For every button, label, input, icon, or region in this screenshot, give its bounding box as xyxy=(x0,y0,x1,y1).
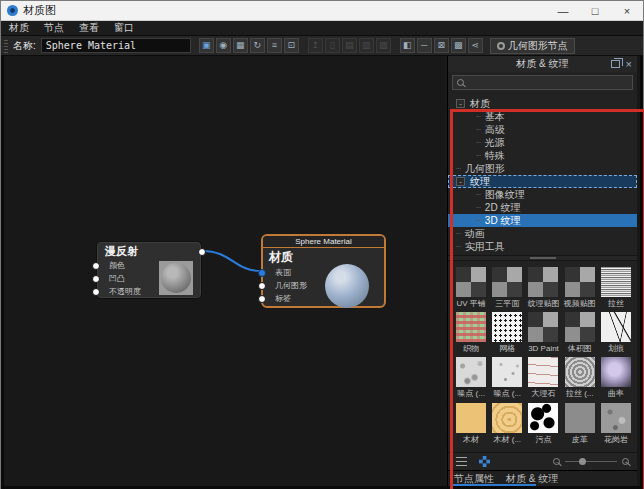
tree-guide: ┄ xyxy=(456,229,461,238)
thumbnail-size-slider[interactable] xyxy=(565,461,617,462)
tree-item-6[interactable]: -纹理 xyxy=(448,175,637,188)
tree-item-label: 实用工具 xyxy=(465,240,505,254)
tree-item-7[interactable]: ┄图像纹理 xyxy=(448,188,637,201)
new-material-icon[interactable]: ▦ xyxy=(233,38,248,53)
tree-item-label: 材质 xyxy=(470,97,490,111)
tree-item-1[interactable]: ┄基本 xyxy=(448,110,637,123)
maximize-button[interactable]: □ xyxy=(579,1,611,20)
menu-item-2[interactable]: 查看 xyxy=(79,21,99,35)
save-icon[interactable]: ▣ xyxy=(199,38,214,53)
texture-item-19[interactable]: 花岗岩 xyxy=(599,403,633,444)
delete-node-icon[interactable]: ⊠ xyxy=(434,38,449,53)
texture-item-label: UV 平铺 xyxy=(454,299,488,308)
texture-item-10[interactable]: 噪点 (... xyxy=(454,357,488,398)
window-title: 材质图 xyxy=(23,3,56,18)
toolbar-grip[interactable] xyxy=(4,38,8,53)
texture-item-4[interactable]: 拉丝 xyxy=(599,267,633,308)
texture-item-5[interactable]: 织物 xyxy=(454,312,488,353)
texture-icon[interactable]: ▩ xyxy=(451,38,466,53)
float-panel-icon[interactable] xyxy=(611,60,620,68)
grid-view-icon[interactable] xyxy=(479,456,490,467)
lock-icon[interactable]: ⊡ xyxy=(284,38,299,53)
unlink-icon[interactable]: ─ xyxy=(417,38,432,53)
menu-item-3[interactable]: 窗口 xyxy=(114,21,134,35)
search-box[interactable] xyxy=(452,75,633,90)
diffuse-input-port[interactable] xyxy=(92,288,100,296)
texture-item-14[interactable]: 曲率 xyxy=(599,357,633,398)
material-node[interactable]: Sphere Material 材质 表面几何图形标签 xyxy=(261,234,386,308)
material-node-header: Sphere Material xyxy=(263,236,384,248)
texture-item-0[interactable]: UV 平铺 xyxy=(454,267,488,308)
minimize-button[interactable]: — xyxy=(547,1,579,20)
texture-item-label: 3D Paint xyxy=(526,344,560,353)
texture-item-label: 织物 xyxy=(454,344,488,353)
diffuse-sphere-preview xyxy=(161,263,191,293)
noise-fine-thumbnail-icon xyxy=(492,357,522,387)
texture-item-3[interactable]: 视频贴图 xyxy=(563,267,597,308)
tree-item-2[interactable]: ┄高级 xyxy=(448,123,637,136)
render-icon[interactable]: ◉ xyxy=(216,38,231,53)
wood-rings-thumbnail-icon xyxy=(492,403,522,433)
expander-icon[interactable]: - xyxy=(456,99,465,108)
tree-item-10[interactable]: ┄动画 xyxy=(448,227,637,240)
texture-item-6[interactable]: 网格 xyxy=(490,312,524,353)
material-input-port[interactable] xyxy=(258,282,266,290)
list-view-icon[interactable] xyxy=(456,457,467,466)
diffuse-node[interactable]: 漫反射 颜色凹凸不透明度 xyxy=(96,241,202,299)
tree-item-label: 特殊 xyxy=(485,149,505,163)
texture-item-7[interactable]: 3D Paint xyxy=(526,312,560,353)
branch-icon[interactable]: ⋖ xyxy=(468,38,483,53)
texture-item-2[interactable]: 纹理贴图 xyxy=(526,267,560,308)
scratches-thumbnail-icon xyxy=(601,312,631,342)
settings-icon[interactable]: ≡ xyxy=(267,38,282,53)
diffuse-input-port[interactable] xyxy=(92,275,100,283)
tree-item-5[interactable]: ┄几何图形 xyxy=(448,162,637,175)
geometry-node-icon xyxy=(497,42,505,50)
geometry-node-button[interactable]: 几何图形节点 xyxy=(490,38,575,54)
diffuse-input-port[interactable] xyxy=(92,262,100,270)
port-label: 颜色 xyxy=(109,261,125,270)
material-name-input[interactable] xyxy=(41,38,191,53)
material-input-port[interactable] xyxy=(258,269,266,277)
checker-thumbnail-icon xyxy=(528,312,558,342)
search-input[interactable] xyxy=(468,77,628,88)
texture-item-18[interactable]: 皮革 xyxy=(563,403,597,444)
name-label: 名称: xyxy=(13,39,36,53)
node-canvas[interactable]: 漫反射 颜色凹凸不透明度 Sphere Material 材质 表面几何图形标签… xyxy=(1,56,643,489)
expander-icon[interactable]: - xyxy=(456,177,465,186)
tree-item-11[interactable]: ┄实用工具 xyxy=(448,240,637,253)
checker-thumbnail-icon xyxy=(528,267,558,297)
zoom-out-icon[interactable]: − xyxy=(553,458,560,465)
texture-item-label: 木材 xyxy=(454,435,488,444)
diffuse-output-port[interactable] xyxy=(198,248,206,256)
texture-item-11[interactable]: 噪点 (... xyxy=(490,357,524,398)
app-icon xyxy=(7,5,18,16)
align-icon[interactable]: ◧ xyxy=(400,38,415,53)
texture-item-15[interactable]: 木材 xyxy=(454,403,488,444)
menu-item-0[interactable]: 材质 xyxy=(9,21,29,35)
close-button[interactable]: × xyxy=(611,1,643,20)
refresh-icon[interactable]: ↻ xyxy=(250,38,265,53)
tree-item-label: 高级 xyxy=(485,123,505,137)
texture-item-label: 网格 xyxy=(490,344,524,353)
menu-item-1[interactable]: 节点 xyxy=(44,21,64,35)
texture-item-1[interactable]: 三平面 xyxy=(490,267,524,308)
tree-item-0[interactable]: -材质 xyxy=(448,97,637,110)
texture-item-9[interactable]: 划痕 xyxy=(599,312,633,353)
tree-item-4[interactable]: ┄特殊 xyxy=(448,149,637,162)
slider-thumb[interactable] xyxy=(579,458,586,465)
texture-item-8[interactable]: 体积图 xyxy=(563,312,597,353)
tree-item-8[interactable]: ┄2D 纹理 xyxy=(448,201,637,214)
texture-item-13[interactable]: 拉丝 (... xyxy=(563,357,597,398)
tree-guide: ┄ xyxy=(476,125,481,134)
material-input-port[interactable] xyxy=(258,295,266,303)
panel-close-icon[interactable]: × xyxy=(626,59,632,69)
zoom-in-icon[interactable]: + xyxy=(622,458,629,465)
tree-item-9[interactable]: ┄3D 纹理 xyxy=(448,214,637,227)
texture-item-16[interactable]: 木材 (... xyxy=(490,403,524,444)
material-graph-window: 材质图 — □ × 材质节点查看窗口 名称: ▣◉▦↻≡⊡↥▯▤▥▧◧─⊠▩⋖ … xyxy=(0,0,644,489)
texture-item-12[interactable]: 大理石 xyxy=(526,357,560,398)
tree-item-3[interactable]: ┄光源 xyxy=(448,136,637,149)
texture-item-17[interactable]: 污点 xyxy=(526,403,560,444)
texture-item-label: 大理石 xyxy=(526,389,560,398)
